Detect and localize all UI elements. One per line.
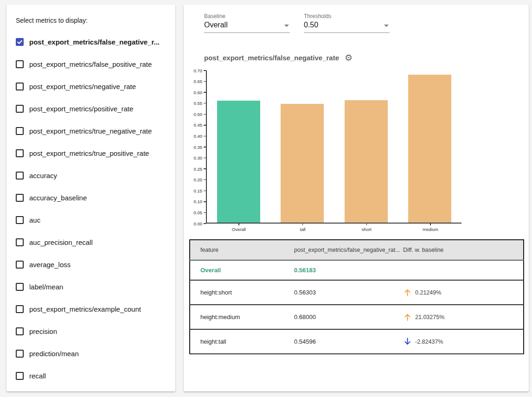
gear-icon[interactable]: ⚙: [345, 53, 353, 62]
cell-feature: height:tall: [190, 329, 294, 354]
diff-percentage: -2.82437%: [415, 339, 443, 345]
metric-checkbox-item[interactable]: post_export_metrics/false_positive_rate: [16, 53, 171, 75]
checkbox-icon[interactable]: [16, 327, 24, 335]
metric-checkbox-item[interactable]: average_loss: [16, 253, 171, 275]
header-metric-value: post_export_metrics/false_negative_rat..…: [294, 240, 403, 260]
cell-feature: height:short: [190, 280, 294, 305]
table-row[interactable]: height:short 0.56303 0.21249%: [190, 280, 524, 305]
metric-checkbox-item[interactable]: post_export_metrics/positive_rate: [16, 97, 171, 120]
metric-checkbox-item[interactable]: post_export_metrics/negative_rate: [16, 75, 171, 97]
cell-diff-baseline: [403, 260, 524, 280]
x-axis-label-tall: tall: [271, 224, 335, 232]
checkbox-icon[interactable]: [16, 83, 24, 90]
baseline-dropdown-value: Overall: [204, 21, 290, 29]
cell-feature: height:medium: [190, 305, 294, 329]
checkbox-icon[interactable]: [16, 149, 24, 157]
metric-checkbox-item[interactable]: accuracy: [16, 164, 171, 186]
checkbox-icon[interactable]: [16, 105, 24, 113]
checkbox-icon[interactable]: [16, 283, 24, 291]
metric-checkbox-item[interactable]: post_export_metrics/true_negative_rate: [16, 120, 171, 142]
table-row[interactable]: height:tall 0.54596 -2.82437%: [190, 329, 524, 354]
cell-diff-baseline: 0.21249%: [403, 280, 524, 305]
checkbox-icon[interactable]: [16, 305, 24, 313]
arrow-up-icon: [403, 313, 412, 321]
baseline-dropdown-label: Baseline: [204, 13, 290, 19]
chart-title: post_export_metrics/false_negative_rate: [204, 54, 339, 62]
x-axis-label-Overall: Overall: [207, 224, 271, 232]
bar-short[interactable]: [345, 100, 388, 223]
table-row[interactable]: Overall 0.56183: [190, 260, 524, 280]
chevron-down-icon: [384, 25, 389, 27]
checkbox-icon[interactable]: [16, 372, 24, 380]
checkbox-icon[interactable]: [16, 350, 24, 358]
metric-label: recall: [29, 372, 46, 380]
chevron-down-icon: [284, 25, 289, 27]
metric-checkbox-item[interactable]: auc: [16, 209, 171, 231]
chart-plot-area: [206, 70, 461, 224]
bar-chart: 0.000.050.100.150.200.250.300.350.400.45…: [187, 70, 529, 224]
cell-metric-value: 0.56303: [294, 280, 403, 305]
metric-label: average_loss: [29, 261, 71, 269]
metrics-table-body: Overall 0.56183 height:short 0.56303 0.2…: [190, 260, 524, 354]
metrics-table: feature post_export_metrics/false_negati…: [189, 239, 524, 354]
x-axis-label-medium: medium: [398, 224, 462, 232]
metric-checkbox-item[interactable]: label/mean: [16, 275, 171, 298]
header-feature: feature: [190, 240, 294, 260]
fairness-results-panel: Baseline Overall Thresholds 0.50 post_ex…: [184, 5, 529, 391]
metric-checkbox-item[interactable]: prediction/mean: [16, 342, 171, 365]
metric-label: post_export_metrics/true_negative_rate: [29, 127, 152, 135]
bar-tall[interactable]: [281, 104, 324, 223]
checkbox-icon[interactable]: [16, 172, 24, 179]
table-header-row: feature post_export_metrics/false_negati…: [190, 240, 524, 260]
cell-diff-baseline: 21.03275%: [403, 305, 524, 329]
metric-checkbox-item[interactable]: precision: [16, 320, 171, 342]
metric-picker-title: Select metrics to display:: [16, 17, 171, 24]
thresholds-dropdown[interactable]: Thresholds 0.50: [304, 13, 390, 33]
metric-label: prediction/mean: [29, 350, 79, 358]
metric-label: post_export_metrics/true_positive_rate: [29, 149, 149, 157]
cell-metric-value: 0.54596: [294, 329, 403, 354]
cell-metric-value: 0.68000: [294, 305, 403, 329]
thresholds-dropdown-label: Thresholds: [304, 13, 390, 19]
checkbox-icon[interactable]: [16, 261, 24, 269]
checkbox-icon[interactable]: [16, 194, 24, 202]
metric-label: post_export_metrics/false_negative_r...: [29, 38, 160, 46]
header-diff-baseline: Diff. w. baseline: [403, 240, 524, 260]
metric-checkbox-item[interactable]: post_export_metrics/example_count: [16, 298, 171, 320]
metric-checkbox-item[interactable]: post_export_metrics/false_negative_r...: [16, 31, 171, 53]
bar-medium[interactable]: [408, 75, 451, 223]
bar-Overall[interactable]: [217, 101, 260, 223]
metric-checkbox-item[interactable]: accuracy_baseline: [16, 186, 171, 209]
metrics-list: post_export_metrics/false_negative_r... …: [16, 31, 171, 387]
metric-checkbox-item[interactable]: auc_precision_recall: [16, 231, 171, 253]
metric-picker-panel: Select metrics to display: post_export_m…: [6, 5, 175, 391]
metric-checkbox-item[interactable]: post_export_metrics/true_positive_rate: [16, 142, 171, 164]
y-axis: 0.000.050.100.150.200.250.300.350.400.45…: [187, 70, 206, 224]
metric-label: post_export_metrics/negative_rate: [29, 83, 136, 90]
checkbox-icon[interactable]: [16, 216, 24, 224]
baseline-dropdown[interactable]: Baseline Overall: [204, 13, 290, 33]
cell-feature: Overall: [190, 260, 294, 280]
x-axis-label-short: short: [335, 224, 399, 232]
metric-label: auc_precision_recall: [29, 238, 93, 246]
diff-percentage: 0.21249%: [415, 289, 441, 296]
metric-label: accuracy_baseline: [29, 194, 87, 202]
metric-label: post_export_metrics/false_positive_rate: [29, 60, 152, 68]
diff-percentage: 21.03275%: [415, 314, 444, 320]
metric-label: accuracy: [29, 172, 57, 179]
metric-label: post_export_metrics/example_count: [29, 305, 141, 313]
checkbox-icon[interactable]: [16, 127, 24, 135]
thresholds-dropdown-value: 0.50: [304, 21, 390, 29]
metric-checkbox-item[interactable]: recall: [16, 365, 171, 387]
checkbox-icon[interactable]: [16, 238, 24, 246]
cell-diff-baseline: -2.82437%: [403, 329, 524, 354]
metric-label: precision: [29, 327, 57, 335]
metric-label: label/mean: [29, 283, 63, 291]
metric-label: auc: [29, 216, 40, 224]
table-row[interactable]: height:medium 0.68000 21.03275%: [190, 305, 524, 329]
checkbox-icon[interactable]: [16, 38, 24, 46]
arrow-down-icon: [403, 337, 412, 346]
x-axis: Overalltallshortmedium: [207, 224, 462, 232]
cell-metric-value: 0.56183: [294, 260, 403, 280]
checkbox-icon[interactable]: [16, 60, 24, 68]
